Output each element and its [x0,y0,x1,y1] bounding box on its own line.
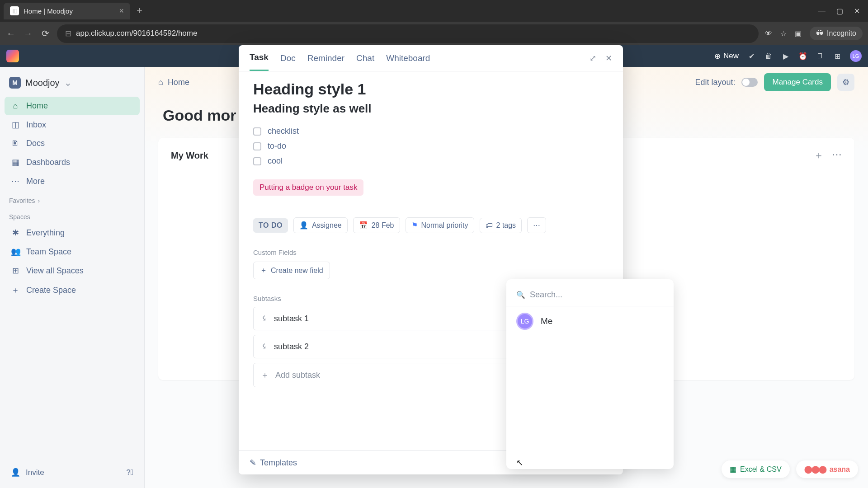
apps-grid-icon[interactable]: ⊞ [833,52,842,61]
sidebar-item-inbox[interactable]: ◫Inbox [5,115,140,134]
new-tab-button[interactable]: + [132,5,147,17]
checklist-item[interactable]: to-do [253,139,609,154]
sidebar-item-everything[interactable]: ✱Everything [5,223,140,242]
sidebar-item-more[interactable]: ⋯More [5,172,140,191]
sidebar-item-create-space[interactable]: ＋Create Space [5,280,140,300]
tags-pill[interactable]: 🏷2 tags [480,218,522,233]
expand-icon[interactable]: ⤢ [590,53,596,63]
tab-reminder[interactable]: Reminder [307,46,344,70]
reload-icon[interactable]: ⟳ [40,28,51,39]
checklist-item[interactable]: cool [253,154,609,169]
asana-badge[interactable]: ⬤⬤⬤asana [796,460,858,478]
maximize-icon[interactable]: ▢ [836,7,843,15]
url-bar-row: ← → ⟳ ⊟ app.clickup.com/9016164592/home … [0,22,868,45]
manage-cards-button[interactable]: Manage Cards [764,73,831,91]
favorites-section[interactable]: Favorites› [5,191,140,207]
video-icon[interactable]: ▶ [781,52,790,61]
sidebar: M Moodjoy ⌄ ⌂Home ◫Inbox 🗎Docs ▦Dashboar… [0,67,145,488]
app-logo-icon[interactable] [6,50,19,62]
minimize-icon[interactable]: — [818,7,826,15]
chevron-right-icon: › [38,197,40,204]
incognito-badge[interactable]: 🕶 Incognito [810,27,863,40]
heading-1[interactable]: Heading style 1 [253,80,609,98]
settings-button[interactable]: ⚙ [837,74,854,91]
tab-whiteboard[interactable]: Whiteboard [386,46,430,70]
nav-label: Everything [26,228,65,238]
workspace-selector[interactable]: M Moodjoy ⌄ [5,73,140,92]
checkbox-icon[interactable] [253,127,261,136]
breadcrumb[interactable]: ⌂Home [158,78,189,87]
sidebar-item-dashboards[interactable]: ▦Dashboards [5,153,140,172]
date-pill[interactable]: 📅28 Feb [353,217,400,233]
grid-icon: ⊞ [11,266,20,276]
trash-icon[interactable]: 🗑 [764,52,773,61]
checklist-label: cool [268,156,283,166]
person-icon: 👤 [299,221,308,230]
notepad-icon[interactable]: 🗒 [816,52,825,61]
create-field-button[interactable]: ＋Create new field [253,262,330,279]
back-icon[interactable]: ← [5,28,16,39]
eye-off-icon[interactable]: 👁 [765,29,772,38]
more-options-pill[interactable]: ⋯ [527,217,546,233]
tab-task[interactable]: Task [250,45,269,71]
close-window-icon[interactable]: ✕ [854,7,860,15]
sidebar-item-docs[interactable]: 🗎Docs [5,134,140,153]
home-icon: ⌂ [11,101,20,111]
tags-label: 2 tags [496,221,516,230]
close-tab-icon[interactable]: × [119,6,124,16]
checkmark-icon[interactable]: ✔ [747,52,756,61]
spaces-section: Spaces [5,207,140,223]
edit-layout-toggle[interactable] [741,78,758,87]
assignee-name: Me [541,316,552,326]
panel-icon[interactable]: ▣ [795,29,802,38]
bookmark-icon[interactable]: ☆ [780,29,787,38]
asana-label: asana [830,465,850,474]
task-badge[interactable]: Putting a badge on your task [253,179,363,196]
close-modal-icon[interactable]: ✕ [605,53,612,63]
edit-layout-label: Edit layout: [695,78,735,87]
sidebar-item-home[interactable]: ⌂Home [5,97,140,115]
sidebar-item-view-all-spaces[interactable]: ⊞View all Spaces [5,261,140,280]
custom-fields-label: Custom Fields [253,249,609,256]
workspace-name: Moodjoy [25,78,60,88]
wand-icon: ✎ [250,458,256,468]
subtask-icon: ⤷ [258,313,270,324]
heading-2[interactable]: Heading style as well [253,102,609,116]
forward-icon[interactable]: → [23,28,33,39]
sidebar-item-team-space[interactable]: 👥Team Space [5,242,140,261]
assignee-option-me[interactable]: LG Me [506,306,674,336]
home-icon: ⌂ [158,78,163,87]
tab-chat[interactable]: Chat [356,46,374,70]
more-icon[interactable]: ⋯ [832,149,842,162]
new-label: New [723,52,739,61]
team-icon: 👥 [11,247,20,257]
priority-pill[interactable]: ⚑Normal priority [406,217,474,233]
priority-label: Normal priority [421,221,468,230]
add-icon[interactable]: ＋ [814,149,824,162]
dashboards-icon: ▦ [11,157,20,167]
tab-title: Home | Moodjoy [24,7,73,15]
user-avatar[interactable]: LG [850,50,862,62]
new-button[interactable]: ⊕ New [714,52,739,61]
tag-icon: 🏷 [486,221,493,230]
excel-csv-badge[interactable]: ▦Excel & CSV [722,460,790,478]
invite-button[interactable]: 👤Invite [11,468,44,477]
help-icon[interactable]: ?⃝ [126,468,133,477]
checkbox-icon[interactable] [253,142,261,150]
chevron-down-icon: ⌄ [64,77,72,88]
checklist-item[interactable]: checklist [253,124,609,139]
alarm-icon[interactable]: ⏰ [798,52,807,61]
tab-doc[interactable]: Doc [280,46,296,70]
checkbox-icon[interactable] [253,157,261,165]
status-pill[interactable]: TO DO [253,218,288,233]
assignee-pill[interactable]: 👤Assignee [293,217,348,233]
url-field[interactable]: ⊟ app.clickup.com/9016164592/home [57,24,759,43]
calendar-icon: 📅 [359,221,368,230]
nav-label: More [26,177,45,186]
site-info-icon[interactable]: ⊟ [65,29,71,38]
assignee-search-input[interactable] [530,290,664,300]
templates-button[interactable]: ✎Templates [250,458,297,468]
asana-icon: ⬤⬤⬤ [804,465,826,474]
active-tab[interactable]: ◧ Home | Moodjoy × [4,3,130,19]
window-controls: — ▢ ✕ [818,7,864,15]
